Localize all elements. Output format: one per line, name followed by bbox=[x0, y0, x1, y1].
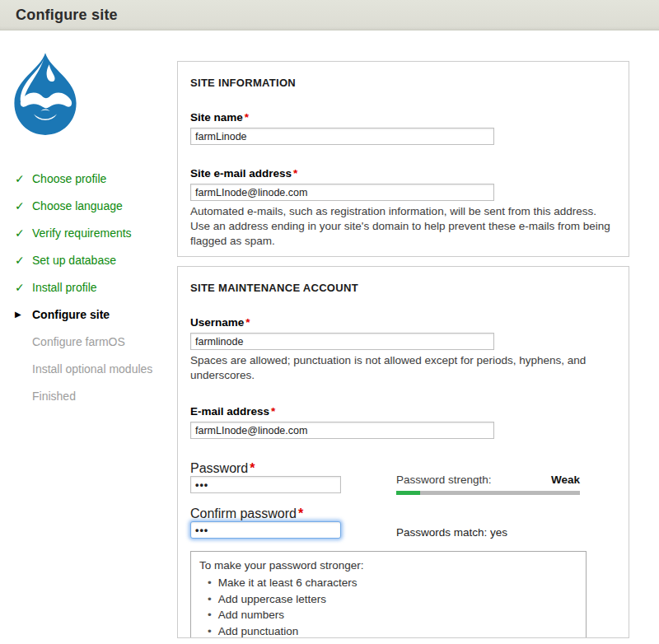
sidebar-step-label: Configure site bbox=[32, 308, 110, 321]
password-suggestions-title: To make your password stronger: bbox=[199, 558, 577, 574]
password-label: Password* bbox=[190, 461, 255, 475]
sidebar-step-choose-language: ✓Choose language bbox=[15, 192, 171, 219]
confirm-password-row: Confirm password* Passwords match: yes bbox=[190, 506, 616, 539]
sidebar-step-set-up-database: ✓Set up database bbox=[15, 246, 171, 273]
sidebar-step-install-optional-modules: ✓Install optional modules bbox=[15, 355, 171, 382]
site-email-item: Site e-mail address* Automated e-mails, … bbox=[190, 167, 616, 250]
required-asterisk: * bbox=[293, 167, 297, 180]
password-item: Password* bbox=[190, 461, 396, 495]
password-strength-label: Password strength: bbox=[396, 474, 492, 486]
sidebar-step-label: Set up database bbox=[32, 254, 116, 267]
drupal-logo-icon bbox=[7, 52, 84, 138]
password-strength-bar bbox=[396, 491, 580, 495]
account-email-item: E-mail address* bbox=[190, 405, 616, 439]
sidebar-step-choose-profile: ✓Choose profile bbox=[15, 165, 171, 192]
bullet-icon: • bbox=[208, 593, 212, 605]
required-asterisk: * bbox=[250, 461, 255, 475]
password-suggestions-list: •Make it at least 6 characters•Add upper… bbox=[199, 575, 577, 638]
required-asterisk: * bbox=[245, 111, 249, 124]
maintenance-account-section: SITE MAINTENANCE ACCOUNT Username* Space… bbox=[177, 266, 629, 638]
username-description: Spaces are allowed; punctuation is not a… bbox=[190, 353, 615, 383]
check-icon: ✓ bbox=[15, 199, 32, 212]
bullet-icon: • bbox=[208, 625, 212, 637]
current-step-arrow-icon: ▶ bbox=[15, 310, 32, 319]
site-name-item: Site name* bbox=[190, 111, 616, 145]
check-icon: ✓ bbox=[15, 281, 32, 294]
sidebar-step-configure-site: ▶Configure site bbox=[15, 301, 171, 328]
password-row: Password* Password strength: Weak bbox=[190, 461, 616, 495]
username-item: Username* Spaces are allowed; punctuatio… bbox=[190, 316, 616, 383]
confirm-password-input[interactable] bbox=[190, 521, 341, 539]
site-email-description: Automated e-mails, such as registration … bbox=[190, 204, 615, 250]
confirm-password-item: Confirm password* bbox=[190, 506, 396, 539]
username-input[interactable] bbox=[190, 333, 494, 350]
content-area: ✓Choose profile✓Choose language✓Verify r… bbox=[0, 30, 659, 644]
bullet-icon: • bbox=[208, 609, 212, 621]
page-header: Configure site bbox=[0, 0, 659, 30]
password-strength-value: Weak bbox=[551, 474, 580, 486]
username-label: Username* bbox=[190, 316, 616, 329]
site-name-input[interactable] bbox=[190, 128, 494, 145]
bullet-icon: • bbox=[208, 576, 212, 589]
passwords-match-indicator: Passwords match: yes bbox=[396, 506, 580, 539]
sidebar-step-label: Choose profile bbox=[32, 172, 106, 185]
sidebar-step-label: Verify requirements bbox=[32, 226, 132, 240]
sidebar-step-label: Install profile bbox=[32, 281, 97, 294]
site-name-label: Site name* bbox=[190, 111, 616, 124]
site-information-legend: SITE INFORMATION bbox=[190, 73, 616, 89]
password-strength-indicator: Password strength: Weak bbox=[396, 461, 580, 495]
sidebar-step-verify-requirements: ✓Verify requirements bbox=[15, 219, 171, 246]
check-icon: ✓ bbox=[15, 226, 32, 240]
page-title: Configure site bbox=[16, 7, 118, 24]
sidebar-step-configure-farmos: ✓Configure farmOS bbox=[15, 328, 171, 355]
check-icon: ✓ bbox=[15, 172, 32, 185]
sidebar-step-label: Finished bbox=[32, 390, 76, 403]
site-email-label: Site e-mail address* bbox=[190, 167, 616, 180]
confirm-password-label: Confirm password* bbox=[190, 506, 303, 520]
required-asterisk: * bbox=[298, 506, 303, 520]
password-strength-fill bbox=[396, 491, 420, 495]
required-asterisk: * bbox=[271, 405, 275, 418]
site-email-input[interactable] bbox=[190, 184, 494, 201]
site-information-section: SITE INFORMATION Site name* Site e-mail … bbox=[177, 61, 629, 257]
maintenance-account-legend: SITE MAINTENANCE ACCOUNT bbox=[190, 278, 616, 294]
install-steps-list: ✓Choose profile✓Choose language✓Verify r… bbox=[15, 165, 171, 409]
sidebar-step-install-profile: ✓Install profile bbox=[15, 273, 171, 301]
password-suggestion-item: •Add numbers bbox=[199, 607, 577, 623]
form-column: SITE INFORMATION Site name* Site e-mail … bbox=[177, 61, 629, 644]
password-input[interactable] bbox=[190, 476, 341, 493]
sidebar-step-finished: ✓Finished bbox=[15, 382, 171, 409]
account-email-label: E-mail address* bbox=[190, 405, 616, 418]
sidebar-step-label: Install optional modules bbox=[32, 362, 152, 376]
sidebar-step-label: Choose language bbox=[32, 199, 123, 212]
password-suggestion-item: •Add uppercase letters bbox=[199, 591, 577, 608]
password-suggestions-box: To make your password stronger: •Make it… bbox=[190, 551, 587, 638]
password-suggestion-item: •Add punctuation bbox=[199, 623, 577, 638]
password-suggestion-item: •Make it at least 6 characters bbox=[199, 575, 577, 591]
check-icon: ✓ bbox=[15, 254, 32, 267]
account-email-input[interactable] bbox=[190, 422, 494, 439]
required-asterisk: * bbox=[245, 316, 250, 329]
sidebar-step-label: Configure farmOS bbox=[32, 335, 125, 348]
passwords-match-text: Passwords match: yes bbox=[396, 519, 580, 539]
